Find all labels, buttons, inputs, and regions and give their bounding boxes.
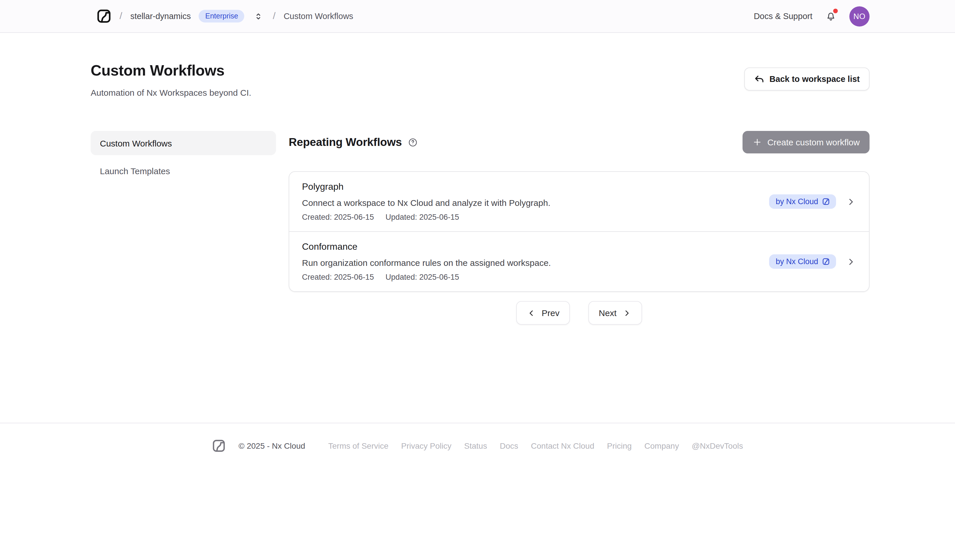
page-header: Custom Workflows Automation of Nx Worksp…	[91, 62, 870, 97]
footer: © 2025 - Nx Cloud Terms of Service Priva…	[0, 423, 955, 453]
pagination: Prev Next	[289, 301, 870, 325]
workflow-description: Run organization conformance rules on th…	[302, 258, 551, 268]
repeating-workflows-panel: Repeating Workflows	[289, 131, 870, 325]
prev-page-button[interactable]: Prev	[516, 301, 570, 325]
footer-link-contact[interactable]: Contact Nx Cloud	[531, 441, 594, 451]
enterprise-plan-badge[interactable]: Enterprise	[199, 10, 244, 22]
nx-cloud-mini-logo-icon	[822, 258, 830, 265]
workflow-meta: Created: 2025-06-15 Updated: 2025-06-15	[302, 273, 551, 281]
sidebar-item-label: Launch Templates	[100, 166, 170, 176]
top-navigation-bar: / stellar-dynamics Enterprise / Custom W…	[0, 0, 955, 33]
chevron-right-icon[interactable]	[846, 197, 856, 207]
footer-link-nxdevtools[interactable]: @NxDevTools	[692, 441, 743, 451]
workflow-info: Polygraph Connect a workspace to Nx Clou…	[302, 182, 550, 222]
chevron-right-icon[interactable]	[846, 256, 856, 267]
footer-link-docs[interactable]: Docs	[500, 441, 518, 451]
by-nx-cloud-badge[interactable]: by Nx Cloud	[769, 194, 836, 209]
copyright-text: © 2025 - Nx Cloud	[238, 441, 305, 451]
breadcrumb-workspace[interactable]: stellar-dynamics	[130, 11, 191, 21]
workflow-row-conformance[interactable]: Conformance Run organization conformance…	[289, 231, 869, 291]
workspace-switcher-chevrons-icon[interactable]	[254, 11, 264, 21]
sidebar-item-launch-templates[interactable]: Launch Templates	[91, 159, 276, 183]
footer-link-terms[interactable]: Terms of Service	[328, 441, 388, 451]
help-circle-icon[interactable]	[408, 137, 418, 147]
nx-cloud-logo-icon[interactable]	[96, 9, 111, 23]
by-nx-cloud-badge[interactable]: by Nx Cloud	[769, 254, 836, 269]
workflow-meta: Created: 2025-06-15 Updated: 2025-06-15	[302, 213, 550, 222]
next-page-button[interactable]: Next	[589, 301, 642, 325]
user-avatar[interactable]: NO	[849, 6, 870, 26]
footer-link-pricing[interactable]: Pricing	[607, 441, 632, 451]
breadcrumb-separator: /	[273, 10, 276, 22]
footer-link-status[interactable]: Status	[464, 441, 487, 451]
breadcrumb-separator: /	[119, 10, 122, 22]
chevron-left-icon	[527, 308, 536, 318]
workflows-list-card: Polygraph Connect a workspace to Nx Clou…	[289, 171, 870, 292]
sidebar-item-custom-workflows[interactable]: Custom Workflows	[91, 131, 276, 155]
workflow-name: Polygraph	[302, 182, 550, 192]
app-viewport: / stellar-dynamics Enterprise / Custom W…	[0, 0, 955, 560]
breadcrumb: / stellar-dynamics Enterprise / Custom W…	[96, 9, 353, 23]
create-button-label: Create custom workflow	[767, 137, 860, 147]
prev-label: Prev	[542, 308, 559, 318]
nx-cloud-mini-logo-icon	[822, 198, 830, 205]
notification-dot	[833, 9, 838, 13]
docs-support-link[interactable]: Docs & Support	[754, 11, 813, 21]
workflow-updated: Updated: 2025-06-15	[385, 213, 459, 222]
notifications-bell-icon[interactable]	[825, 10, 837, 22]
undo-arrow-icon	[754, 74, 764, 84]
create-custom-workflow-button[interactable]: Create custom workflow	[742, 131, 870, 153]
workflow-description: Connect a workspace to Nx Cloud and anal…	[302, 198, 550, 207]
page-subtitle: Automation of Nx Workspaces beyond CI.	[91, 88, 251, 97]
workflow-row-right: by Nx Cloud	[769, 254, 856, 269]
topbar-actions: Docs & Support NO	[754, 6, 870, 26]
footer-link-privacy[interactable]: Privacy Policy	[401, 441, 451, 451]
workflow-row-right: by Nx Cloud	[769, 194, 856, 209]
next-label: Next	[599, 308, 617, 318]
plus-icon	[752, 137, 762, 147]
page-title: Custom Workflows	[91, 62, 251, 80]
nx-cloud-footer-logo-icon	[212, 439, 226, 453]
workflow-info: Conformance Run organization conformance…	[302, 242, 551, 281]
sidebar-item-label: Custom Workflows	[100, 138, 172, 148]
workflow-created: Created: 2025-06-15	[302, 273, 374, 281]
workflow-updated: Updated: 2025-06-15	[385, 273, 459, 281]
badge-label: by Nx Cloud	[776, 197, 818, 206]
workflow-created: Created: 2025-06-15	[302, 213, 374, 222]
section-header: Repeating Workflows	[289, 131, 870, 153]
back-button-label: Back to workspace list	[769, 74, 860, 84]
chevron-right-icon	[622, 308, 632, 318]
back-to-workspace-list-button[interactable]: Back to workspace list	[744, 67, 870, 90]
workflow-name: Conformance	[302, 242, 551, 252]
page-content: Custom Workflows Automation of Nx Worksp…	[0, 33, 955, 423]
workflow-row-polygraph[interactable]: Polygraph Connect a workspace to Nx Clou…	[289, 172, 869, 231]
section-title: Repeating Workflows	[289, 136, 402, 149]
badge-label: by Nx Cloud	[776, 257, 818, 266]
breadcrumb-current-page: Custom Workflows	[283, 11, 353, 21]
footer-link-company[interactable]: Company	[644, 441, 679, 451]
sidebar: Custom Workflows Launch Templates	[91, 131, 276, 325]
body-row: Custom Workflows Launch Templates Repeat…	[91, 131, 870, 325]
